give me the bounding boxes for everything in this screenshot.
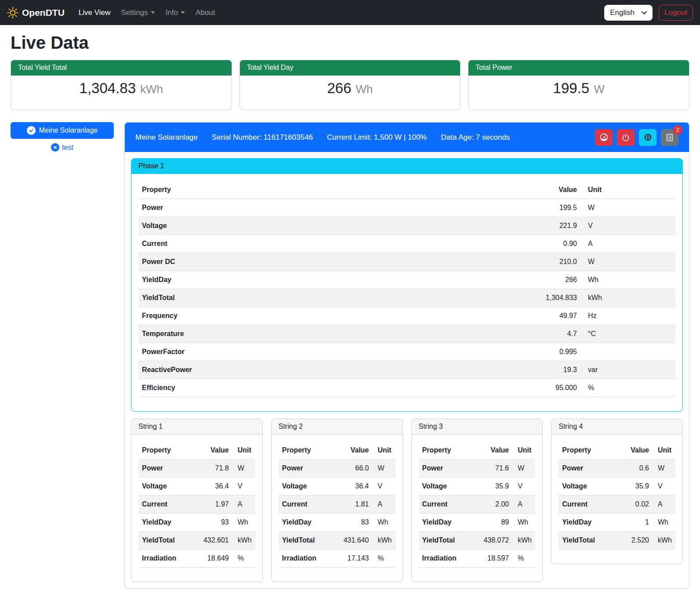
inverter-name: Meine Solaranlage: [135, 133, 198, 142]
brand-label: OpenDTU: [22, 7, 65, 18]
language-select[interactable]: English: [604, 5, 653, 21]
table-row: Frequency 49.97 Hz: [138, 307, 675, 325]
property-cell: Current: [138, 235, 532, 253]
value-cell: 1,304.833: [532, 289, 580, 307]
strings-row: String 1 Property Value Unit: [131, 419, 683, 582]
logout-button[interactable]: Logout: [659, 5, 693, 21]
unit-cell: A: [653, 496, 675, 514]
table-row: YieldTotal 2.520 kWh: [559, 532, 675, 550]
table-row: Power 199.5 W: [138, 199, 675, 217]
unit-cell: A: [512, 496, 535, 514]
property-cell: YieldDay: [138, 271, 532, 289]
table-row: Power 71.6 W: [419, 460, 536, 478]
check-circle-icon: [27, 126, 36, 135]
unit-cell: Wh: [512, 514, 535, 532]
table-header-row: Property Value Unit: [138, 441, 255, 460]
value-cell: 1.97: [198, 496, 232, 514]
column-header-unit: Unit: [512, 441, 535, 460]
unit-cell: Wh: [373, 514, 395, 532]
selected-inverter-label: Meine Solaranlage: [39, 127, 98, 134]
value-cell: 0.90: [532, 235, 580, 253]
table-row: Voltage 36.4 V: [138, 478, 255, 496]
column-header-property: Property: [138, 441, 198, 460]
column-header-unit: Unit: [232, 441, 255, 460]
unit-cell: var: [580, 361, 675, 379]
property-cell: Frequency: [138, 307, 532, 325]
property-cell: Current: [138, 496, 198, 514]
unit-cell: W: [580, 253, 675, 271]
table-row: Irradiation 17.143 %: [279, 550, 395, 568]
limit-settings-button[interactable]: [595, 129, 613, 146]
brand-link[interactable]: OpenDTU: [7, 7, 65, 18]
string-table: Property Value Unit Power: [419, 441, 536, 568]
cpu-icon: [643, 133, 653, 142]
string-table-body: Power 71.6 W Voltage 35.9 V: [419, 460, 536, 568]
unit-cell: kWh: [512, 532, 535, 550]
property-cell: Voltage: [559, 478, 618, 496]
property-cell: YieldTotal: [279, 532, 338, 550]
table-row: Temperature 4.7 °C: [138, 325, 675, 343]
unit-cell: V: [512, 478, 535, 496]
speedometer-icon: [599, 133, 609, 142]
caret-down-icon: [181, 11, 185, 14]
nav-item-settings[interactable]: Settings: [117, 5, 158, 21]
table-row: YieldTotal 1,304.833 kWh: [138, 289, 675, 307]
string-table: Property Value Unit Power: [138, 441, 255, 568]
journal-list-icon: [665, 133, 674, 142]
property-cell: YieldDay: [138, 514, 198, 532]
inverter-action-buttons: 2: [595, 129, 678, 146]
table-row: YieldDay 1 Wh: [559, 514, 675, 532]
inverter-item-test[interactable]: test: [11, 143, 114, 152]
table-row: YieldDay 83 Wh: [279, 514, 395, 532]
column-header-value: Value: [618, 441, 653, 460]
unit-cell: A: [373, 496, 395, 514]
property-cell: PowerFactor: [138, 343, 532, 361]
value-cell: 221.9: [532, 217, 580, 235]
table-row: YieldTotal 438.072 kWh: [419, 532, 536, 550]
nav-item-info[interactable]: Info: [162, 5, 189, 21]
nav-item-live-view[interactable]: Live View: [75, 5, 114, 21]
event-log-button[interactable]: 2: [661, 129, 678, 146]
value-cell: 431.640: [338, 532, 373, 550]
unit-cell: Hz: [580, 307, 675, 325]
value-cell: 49.97: [532, 307, 580, 325]
column-header-property: Property: [559, 441, 618, 460]
unit-cell: V: [232, 478, 255, 496]
unit-cell: V: [580, 217, 675, 235]
navbar: OpenDTU Live View Settings Info About En…: [0, 0, 700, 25]
property-cell: YieldDay: [279, 514, 338, 532]
unit-cell: °C: [580, 325, 675, 343]
unit-cell: Wh: [580, 271, 675, 289]
unit-cell: W: [373, 460, 395, 478]
column-header-value: Value: [198, 441, 232, 460]
property-cell: Voltage: [138, 217, 532, 235]
string-card-4: String 4 Property Value Unit: [551, 419, 683, 564]
property-cell: YieldTotal: [138, 289, 532, 307]
property-cell: Power: [138, 460, 198, 478]
value-cell: 66.0: [338, 460, 373, 478]
unit-cell: kWh: [653, 532, 675, 550]
inverter-item-label: test: [62, 144, 73, 152]
nav-item-settings-label: Settings: [121, 8, 148, 17]
selected-inverter-button[interactable]: Meine Solaranlage: [11, 122, 114, 139]
string-card-2: String 2 Property Value Unit: [271, 419, 403, 582]
nav-item-about[interactable]: About: [192, 5, 218, 21]
sun-logo-icon: [7, 7, 18, 18]
value-cell: 438.072: [478, 532, 512, 550]
table-row: Current 2.00 A: [419, 496, 536, 514]
chevron-down-icon: [642, 11, 647, 14]
summary-unit: Wh: [356, 83, 373, 96]
power-toggle-button[interactable]: [617, 129, 635, 146]
device-info-button[interactable]: [639, 129, 656, 146]
inverter-body: Phase 1 Property Value Unit: [125, 152, 689, 588]
property-cell: Current: [279, 496, 338, 514]
table-row: Power 71.8 W: [138, 460, 255, 478]
table-row: Irradiation 18.649 %: [138, 550, 255, 568]
property-cell: Power: [138, 199, 532, 217]
property-cell: Voltage: [279, 478, 338, 496]
summary-card-body: 199.5 W: [468, 76, 689, 109]
unit-cell: %: [373, 550, 395, 568]
unit-cell: %: [512, 550, 535, 568]
unit-cell: Wh: [653, 514, 675, 532]
unit-cell: W: [512, 460, 535, 478]
